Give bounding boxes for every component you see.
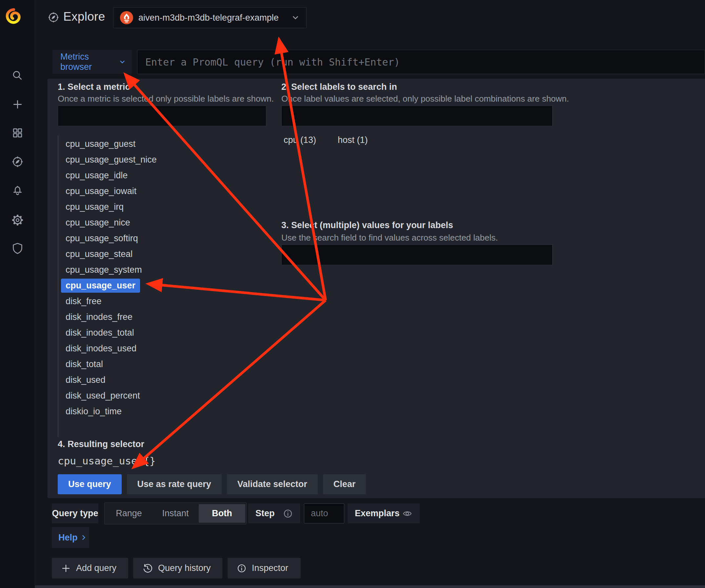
metric-list-item[interactable]: cpu_usage_nice: [65, 215, 262, 231]
step4-title: 4. Resulting selector: [58, 439, 144, 449]
metric-list-item[interactable]: disk_free: [65, 293, 262, 309]
step1-description: Once a metric is selected only possible …: [58, 94, 274, 104]
plus-icon: [61, 564, 71, 573]
metric-list-item[interactable]: disk_inodes_free: [65, 309, 262, 325]
step3-title: 3. Select (multiple) values for your lab…: [281, 220, 453, 231]
label-chip[interactable]: cpu (13): [284, 135, 316, 145]
search-icon[interactable]: [11, 69, 23, 82]
metric-list-item[interactable]: disk_total: [65, 356, 262, 372]
exemplars-label: Exemplars: [355, 508, 400, 519]
query-history-label: Query history: [158, 563, 211, 573]
metric-list-item[interactable]: cpu_usage_iowait: [65, 183, 262, 199]
info-circle-icon[interactable]: [283, 509, 293, 519]
inspector-button[interactable]: Inspector: [228, 558, 301, 579]
page-title: Explore: [63, 10, 105, 23]
add-query-button[interactable]: Add query: [52, 558, 128, 579]
validate-selector-button[interactable]: Validate selector: [227, 474, 318, 494]
chevron-right-icon: [80, 534, 87, 541]
value-search-input[interactable]: [281, 245, 553, 265]
chevron-down-icon: [119, 58, 126, 65]
metric-list-item[interactable]: cpu_usage_guest_nice: [65, 152, 262, 167]
metric-list-item[interactable]: cpu_usage_irq: [65, 199, 262, 215]
metric-list-scroll-track: [58, 135, 58, 437]
alerting-bell-icon[interactable]: [11, 185, 23, 197]
metric-list-item[interactable]: cpu_usage_softirq: [65, 231, 262, 246]
step2-description: Once label values are selected, only pos…: [281, 94, 569, 104]
metric-list-item[interactable]: diskio_io_time: [65, 403, 262, 419]
metric-list-item[interactable]: cpu_usage_user: [65, 278, 262, 293]
query-type-range[interactable]: Range: [106, 504, 152, 523]
grafana-logo[interactable]: [5, 8, 21, 24]
inspector-label: Inspector: [252, 563, 288, 573]
use-query-button[interactable]: Use query: [58, 474, 122, 494]
info-circle-icon: [237, 564, 247, 573]
datasource-picker[interactable]: aiven-m3db-m3db-telegraf-example: [113, 7, 307, 28]
metric-list: cpu_usage_guestcpu_usage_guest_nicecpu_u…: [65, 136, 262, 419]
plus-icon[interactable]: [11, 98, 23, 110]
query-type-segmented-control: Range Instant Both: [104, 502, 247, 525]
step2-title: 2. Select labels to search in: [281, 82, 397, 92]
clear-button[interactable]: Clear: [323, 474, 366, 494]
add-query-label: Add query: [76, 563, 116, 573]
query-type-label-box: Query type: [52, 503, 98, 524]
bottom-divider: [0, 585, 705, 588]
explore-page-compass-icon: [48, 12, 59, 23]
dashboards-icon[interactable]: [11, 127, 23, 139]
metric-list-item[interactable]: disk_inodes_total: [65, 325, 262, 341]
eye-icon[interactable]: [402, 508, 413, 519]
metric-list-item[interactable]: cpu_usage_guest: [65, 136, 262, 152]
settings-gear-icon[interactable]: [11, 214, 23, 226]
selector-actions: Use query Use as rate query Validate sel…: [58, 474, 366, 494]
step-value-input[interactable]: [304, 503, 344, 524]
datasource-name: aiven-m3db-m3db-telegraf-example: [138, 13, 291, 23]
exemplars-option-box: Exemplars: [347, 503, 420, 524]
use-as-rate-query-button[interactable]: Use as rate query: [127, 474, 222, 494]
metric-list-item[interactable]: cpu_usage_idle: [65, 167, 262, 183]
step3-description: Use the search field to find values acro…: [281, 233, 498, 243]
metrics-browser-panel: 1. Select a metric Once a metric is sele…: [48, 79, 705, 498]
metric-list-item[interactable]: disk_used: [65, 372, 262, 388]
admin-shield-icon[interactable]: [11, 242, 23, 254]
chevron-down-icon: [291, 13, 300, 22]
metric-list-item[interactable]: cpu_usage_steal: [65, 246, 262, 262]
query-history-button[interactable]: Query history: [133, 558, 222, 579]
metrics-browser-label: Metrics browser: [60, 52, 115, 72]
help-link[interactable]: Help: [52, 527, 89, 548]
label-list: cpu (13)host (1): [284, 135, 368, 145]
step1-title: 1. Select a metric: [58, 82, 130, 92]
query-type-label: Query type: [52, 508, 98, 519]
metric-search-input[interactable]: [58, 105, 266, 126]
metric-list-item[interactable]: disk_used_percent: [65, 388, 262, 403]
explore-compass-icon[interactable]: [11, 156, 23, 168]
resulting-selector: cpu_usage_user{}: [58, 455, 156, 467]
metric-list-item[interactable]: cpu_usage_system: [65, 262, 262, 278]
label-chip[interactable]: host (1): [338, 135, 368, 145]
prometheus-icon: [120, 11, 133, 24]
promql-query-input[interactable]: [137, 50, 705, 74]
step-label: Step: [255, 508, 275, 519]
step-option-box: Step: [248, 503, 300, 524]
metrics-browser-toggle[interactable]: Metrics browser: [52, 50, 132, 74]
query-type-both[interactable]: Both: [199, 504, 245, 523]
history-icon: [142, 563, 153, 574]
metric-list-item[interactable]: disk_inodes_used: [65, 341, 262, 356]
query-type-instant[interactable]: Instant: [152, 504, 199, 523]
label-search-input[interactable]: [281, 105, 553, 126]
help-label: Help: [58, 533, 78, 543]
sidebar: [0, 0, 35, 588]
